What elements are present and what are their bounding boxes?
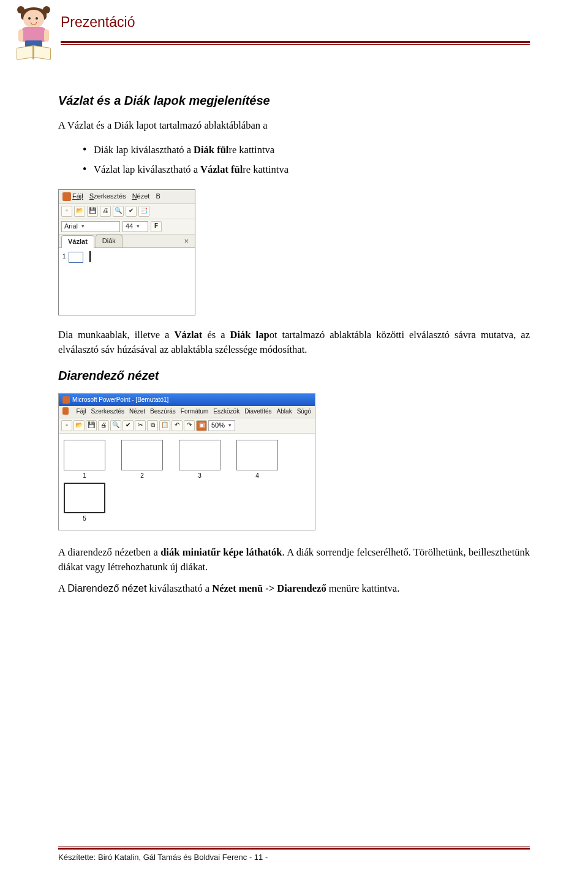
separator-resize-paragraph: Dia munkaablak, illetve a Vázlat és a Di… xyxy=(58,328,530,357)
footer-authors: Készítette: Biró Katalin, Gál Tamás és B… xyxy=(58,853,247,862)
menu-edit[interactable]: Szerkesztés xyxy=(89,192,126,202)
fig1-formatting-toolbar: Arial▾ 44▾ F xyxy=(59,219,195,235)
sorter-slide-4[interactable]: 4 xyxy=(236,440,278,481)
menu-extra[interactable]: B xyxy=(156,192,160,202)
header-divider xyxy=(61,41,530,43)
save-icon[interactable]: 💾 xyxy=(87,206,98,217)
zoom-combo[interactable]: 50%▾ xyxy=(208,420,235,431)
menu-view[interactable]: Nézet xyxy=(132,192,150,202)
new-doc-icon[interactable]: ▫ xyxy=(61,420,72,431)
spellcheck-icon[interactable]: ✔ xyxy=(123,420,134,431)
fig2-menubar: Fájl Szerkesztés Nézet Beszúrás Formátum… xyxy=(59,406,315,418)
chevron-down-icon: ▾ xyxy=(81,222,85,230)
paste-icon[interactable]: 📋 xyxy=(159,420,170,431)
menu-slideshow[interactable]: Diavetítés xyxy=(244,407,271,417)
undo-icon[interactable]: ↶ xyxy=(172,420,183,431)
tab-selection-list: Diák lap kiválasztható a Diák fülre katt… xyxy=(58,140,530,179)
sorter-slide-3[interactable]: 3 xyxy=(179,440,221,481)
tab-diak[interactable]: Diák xyxy=(96,235,123,247)
intro-paragraph: A Vázlat és a Diák lapot tartalmazó abla… xyxy=(58,118,530,133)
research-icon[interactable]: 📑 xyxy=(138,206,149,217)
fig1-menubar: Fájl Szerkesztés Nézet B xyxy=(59,190,195,204)
doc-icon xyxy=(62,407,69,415)
menu-edit[interactable]: Szerkesztés xyxy=(91,407,124,417)
tab-vazlat[interactable]: Vázlat xyxy=(61,235,94,248)
slide-number: 1 xyxy=(62,251,66,262)
text-cursor-icon xyxy=(89,251,91,262)
screenshot-slide-sorter: Microsoft PowerPoint - [Bemutató1] Fájl … xyxy=(58,393,315,530)
cut-icon[interactable]: ✂ xyxy=(135,420,146,431)
fig1-standard-toolbar: ▫ 📂 💾 🖨 🔍 ✔ 📑 xyxy=(59,204,195,219)
chevron-down-icon: ▾ xyxy=(228,421,232,429)
sorter-menu-path-paragraph: A Diarendező nézet kiválasztható a Nézet… xyxy=(58,581,530,596)
sorter-description-paragraph: A diarendező nézetben a diák miniatűr ké… xyxy=(58,545,530,575)
sorter-slide-2[interactable]: 2 xyxy=(121,440,163,481)
open-icon[interactable]: 📂 xyxy=(74,206,85,217)
fig2-toolbar: ▫ 📂 💾 🖨 🔍 ✔ ✂ ⧉ 📋 ↶ ↷ ▣ 50%▾ xyxy=(59,418,315,434)
menu-file[interactable]: Fájl xyxy=(76,407,86,417)
heading-vazlat-diak: Vázlat és a Diák lapok megjelenítése xyxy=(58,92,530,110)
sorter-slide-1[interactable]: 1 xyxy=(64,440,105,481)
app-icon xyxy=(62,192,71,201)
fig1-tab-strip: Vázlat Diák × xyxy=(59,235,195,248)
chevron-down-icon: ▾ xyxy=(137,222,140,230)
slide-sorter-area: 1 2 3 4 5 xyxy=(59,434,315,530)
close-pane-icon[interactable]: × xyxy=(180,236,192,247)
copy-icon[interactable]: ⧉ xyxy=(147,420,158,431)
page-footer: Készítette: Biró Katalin, Gál Tamás és B… xyxy=(58,846,530,864)
new-doc-icon[interactable]: ▫ xyxy=(61,206,72,217)
document-body: Vázlat és a Diák lapok megjelenítése A V… xyxy=(58,64,530,596)
window-title: Microsoft PowerPoint - [Bemutató1] xyxy=(72,396,168,405)
menu-view[interactable]: Nézet xyxy=(129,407,145,417)
fig2-titlebar: Microsoft PowerPoint - [Bemutató1] xyxy=(59,394,315,407)
bullet-vazlat-tab: Vázlat lap kiválasztható a Vázlat fülre … xyxy=(83,160,530,179)
footer-divider-thin xyxy=(58,846,530,846)
menu-tools[interactable]: Eszközök xyxy=(213,407,239,417)
sorter-slide-5[interactable]: 5 xyxy=(64,483,105,524)
print-preview-icon[interactable]: 🔍 xyxy=(113,206,124,217)
slide-thumbnail-icon[interactable] xyxy=(69,252,83,263)
footer-page-number: - 11 - xyxy=(249,853,268,862)
header-mascot xyxy=(9,6,58,64)
page-title: Prezentáció xyxy=(61,9,530,41)
menu-format[interactable]: Formátum xyxy=(181,407,209,417)
menu-window[interactable]: Ablak xyxy=(277,407,292,417)
powerpoint-app-icon xyxy=(62,396,70,404)
print-icon[interactable]: 🖨 xyxy=(98,420,109,431)
bullet-diak-tab: Diák lap kiválasztható a Diák fülre katt… xyxy=(83,140,530,160)
fig1-outline-pane-body: 1 xyxy=(59,248,195,315)
open-book-icon xyxy=(15,45,52,64)
redo-icon[interactable]: ↷ xyxy=(184,420,195,431)
menu-file[interactable]: Fájl xyxy=(72,192,83,200)
slideshow-icon[interactable]: ▣ xyxy=(196,420,207,431)
heading-diarendezo: Diarendező nézet xyxy=(58,367,530,385)
open-icon[interactable]: 📂 xyxy=(74,420,85,431)
print-icon[interactable]: 🖨 xyxy=(100,206,111,217)
font-name-combo[interactable]: Arial▾ xyxy=(61,221,120,232)
bold-button[interactable]: F xyxy=(151,221,162,232)
girl-icon xyxy=(18,6,49,48)
save-icon[interactable]: 💾 xyxy=(86,420,97,431)
menu-insert[interactable]: Beszúrás xyxy=(150,407,176,417)
preview-icon[interactable]: 🔍 xyxy=(110,420,121,431)
spellcheck-icon[interactable]: ✔ xyxy=(126,206,137,217)
font-size-combo[interactable]: 44▾ xyxy=(123,221,148,232)
menu-help[interactable]: Súgó xyxy=(297,407,311,417)
page-header: Prezentáció xyxy=(9,0,530,64)
screenshot-outline-pane: Fájl Szerkesztés Nézet B ▫ 📂 💾 🖨 🔍 ✔ 📑 A… xyxy=(58,189,195,315)
header-divider-thin xyxy=(61,44,530,45)
